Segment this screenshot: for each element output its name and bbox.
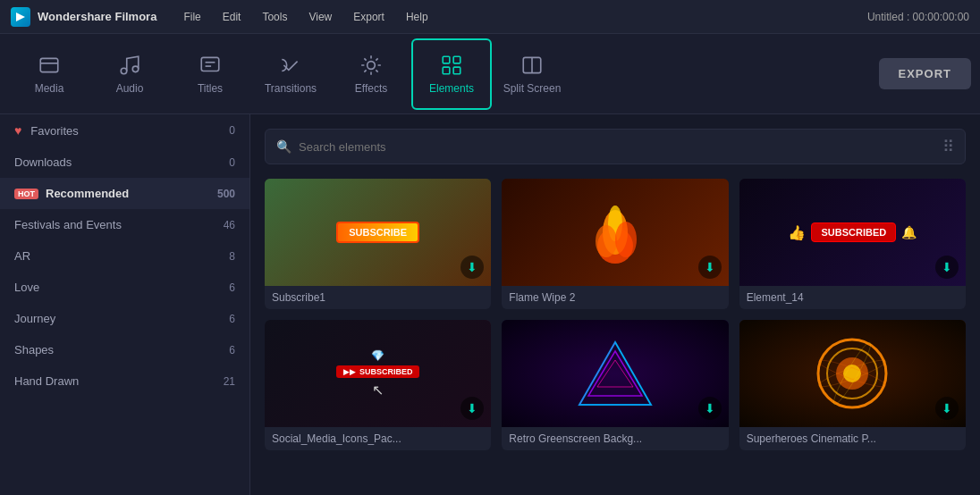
tool-effects-label: Effects xyxy=(355,82,387,95)
element-name-social-media: Social_Media_Icons_Pac... xyxy=(265,427,491,450)
sidebar-collapse-button[interactable]: ◀ xyxy=(249,287,250,323)
sidebar-item-journey-label: Journey xyxy=(14,312,55,325)
tool-titles-label: Titles xyxy=(198,82,223,95)
download-retro-button[interactable]: ⬇ xyxy=(698,397,722,420)
element-card-social-media[interactable]: 💎 ▶▶SUBSCRIBED ↖ ⬇ Social_Media_Icons_Pa… xyxy=(265,320,491,450)
element-thumb-subscribe1: SUBSCRIBE ⬇ xyxy=(265,179,491,286)
project-title: Untitled : 00:00:00:00 xyxy=(867,11,969,23)
svg-rect-5 xyxy=(201,57,219,71)
svg-point-19 xyxy=(615,222,637,257)
element-name-element14: Element_14 xyxy=(739,286,966,309)
heart-icon: ♥ xyxy=(14,123,21,138)
export-button[interactable]: EXPORT xyxy=(879,58,971,89)
element-card-superheroes[interactable]: ⬇ Superheroes Cinematic P... xyxy=(739,320,966,450)
element-card-element14[interactable]: 👍 SUBSCRIBED 🔔 ⬇ Element_14 xyxy=(739,179,966,309)
menu-items: File Edit Tools View Export Help xyxy=(174,7,436,27)
tool-split-screen[interactable]: Split Screen xyxy=(492,38,572,110)
element-thumb-social-media: 💎 ▶▶SUBSCRIBED ↖ ⬇ xyxy=(265,320,491,427)
sidebar-item-love-label: Love xyxy=(14,281,39,294)
menu-view[interactable]: View xyxy=(300,7,341,27)
menu-file[interactable]: File xyxy=(174,7,209,27)
svg-point-8 xyxy=(368,61,376,69)
svg-marker-0 xyxy=(16,13,25,21)
element-name-subscribe1: Subscribe1 xyxy=(265,286,491,309)
sidebar: ♥ Favorites 0 Downloads 0 HOT Recommende… xyxy=(0,114,250,495)
sidebar-item-recommended-label: Recommended xyxy=(46,187,129,200)
element-thumb-retro: ⬇ xyxy=(502,320,728,427)
svg-rect-9 xyxy=(443,56,450,63)
sidebar-item-ar-count: 8 xyxy=(229,250,235,263)
element-card-flame-wipe[interactable]: ⬇ Flame Wipe 2 xyxy=(502,179,728,309)
sidebar-item-hand-drawn[interactable]: Hand Drawn 21 xyxy=(0,365,249,397)
svg-rect-1 xyxy=(40,58,58,71)
sidebar-item-love-count: 6 xyxy=(229,281,235,294)
download-element14-button[interactable]: ⬇ xyxy=(935,256,959,279)
sidebar-item-shapes[interactable]: Shapes 6 xyxy=(0,334,249,365)
grid-view-button[interactable]: ⠿ xyxy=(942,137,954,156)
content-area: 🔍 ⠿ SUBSCRIBE ⬇ Subscribe1 xyxy=(250,114,980,495)
app-name: Wondershare Filmora xyxy=(38,10,156,23)
sidebar-item-ar[interactable]: AR 8 xyxy=(0,240,249,272)
svg-rect-12 xyxy=(453,67,460,74)
sidebar-item-ar-label: AR xyxy=(14,249,30,263)
sidebar-item-love[interactable]: Love 6 xyxy=(0,272,249,303)
menu-export[interactable]: Export xyxy=(344,7,393,27)
sidebar-item-journey[interactable]: Journey 6 xyxy=(0,303,249,334)
tool-split-screen-label: Split Screen xyxy=(503,82,562,95)
tool-transitions-label: Transitions xyxy=(265,82,317,95)
menu-edit[interactable]: Edit xyxy=(214,7,250,27)
search-input[interactable] xyxy=(299,140,935,154)
element-thumb-element14: 👍 SUBSCRIBED 🔔 ⬇ xyxy=(739,179,966,286)
svg-point-4 xyxy=(132,66,139,72)
sidebar-item-downloads-label: Downloads xyxy=(14,155,72,169)
app-logo-icon xyxy=(11,7,30,27)
download-superheroes-button[interactable]: ⬇ xyxy=(935,397,959,420)
tool-media-label: Media xyxy=(35,82,64,95)
menu-tools[interactable]: Tools xyxy=(253,7,296,27)
sidebar-item-favorites-count: 0 xyxy=(229,124,235,137)
tool-media[interactable]: Media xyxy=(9,38,89,110)
tool-elements-label: Elements xyxy=(429,82,474,95)
sidebar-item-recommended-count: 500 xyxy=(217,188,235,200)
svg-point-3 xyxy=(121,68,127,74)
tool-audio[interactable]: Audio xyxy=(89,38,170,110)
toolbar: Media Audio Titles Transitions Effects xyxy=(0,34,980,114)
tool-elements[interactable]: Elements xyxy=(411,38,492,110)
elements-grid: SUBSCRIBE ⬇ Subscribe1 xyxy=(265,179,966,450)
svg-rect-11 xyxy=(443,67,450,74)
element-thumb-superheroes: ⬇ xyxy=(739,320,966,427)
sidebar-item-downloads-count: 0 xyxy=(229,156,235,169)
download-flame-wipe-button[interactable]: ⬇ xyxy=(698,256,722,279)
element-name-retro: Retro Greenscreen Backg... xyxy=(502,427,728,450)
tool-titles[interactable]: Titles xyxy=(170,38,250,110)
sidebar-item-festivals[interactable]: Festivals and Events 46 xyxy=(0,209,249,240)
svg-rect-10 xyxy=(453,56,460,63)
element-card-subscribe1[interactable]: SUBSCRIBE ⬇ Subscribe1 xyxy=(265,179,491,309)
sidebar-item-hand-drawn-count: 21 xyxy=(224,375,235,388)
sidebar-item-shapes-label: Shapes xyxy=(14,343,54,357)
hot-badge: HOT xyxy=(14,189,38,199)
element-name-flame-wipe: Flame Wipe 2 xyxy=(502,286,728,309)
sidebar-item-recommended[interactable]: HOT Recommended 500 xyxy=(0,178,249,209)
tool-audio-label: Audio xyxy=(116,82,144,95)
tool-effects[interactable]: Effects xyxy=(331,38,411,110)
menu-bar: Wondershare Filmora File Edit Tools View… xyxy=(0,0,980,34)
svg-point-18 xyxy=(596,225,617,257)
sidebar-item-favorites[interactable]: ♥ Favorites 0 xyxy=(0,114,249,147)
search-icon: 🔍 xyxy=(276,139,291,154)
sidebar-item-journey-count: 6 xyxy=(229,313,235,325)
sidebar-item-festivals-count: 46 xyxy=(224,219,235,231)
sidebar-item-downloads[interactable]: Downloads 0 xyxy=(0,147,249,178)
sidebar-item-shapes-count: 6 xyxy=(229,344,235,357)
menu-help[interactable]: Help xyxy=(397,7,437,27)
app-logo: Wondershare Filmora xyxy=(11,7,156,27)
tool-transitions[interactable]: Transitions xyxy=(250,38,331,110)
element-name-superheroes: Superheroes Cinematic P... xyxy=(739,427,966,450)
sidebar-item-hand-drawn-label: Hand Drawn xyxy=(14,374,79,388)
search-bar: 🔍 ⠿ xyxy=(265,129,966,164)
main-area: ♥ Favorites 0 Downloads 0 HOT Recommende… xyxy=(0,114,980,495)
sidebar-item-favorites-label: Favorites xyxy=(30,124,78,138)
element-card-retro[interactable]: ⬇ Retro Greenscreen Backg... xyxy=(502,320,728,450)
sidebar-item-festivals-label: Festivals and Events xyxy=(14,218,122,231)
element-thumb-flame-wipe: ⬇ xyxy=(502,179,728,286)
